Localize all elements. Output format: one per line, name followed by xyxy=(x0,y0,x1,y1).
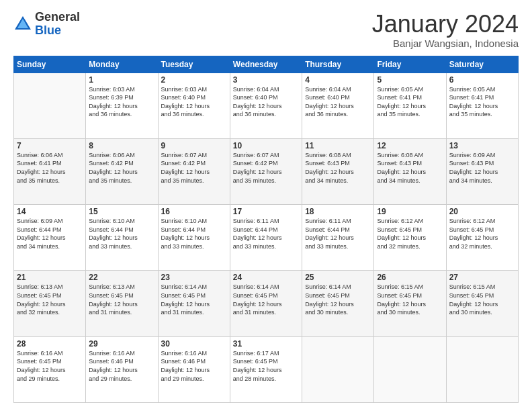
day-info: Sunrise: 6:03 AM Sunset: 6:40 PM Dayligh… xyxy=(161,85,227,119)
calendar-week-row: 14Sunrise: 6:09 AM Sunset: 6:44 PM Dayli… xyxy=(14,205,519,271)
table-row: 3Sunrise: 6:04 AM Sunset: 6:40 PM Daylig… xyxy=(230,73,302,138)
day-info: Sunrise: 6:16 AM Sunset: 6:46 PM Dayligh… xyxy=(89,349,154,383)
table-row: 9Sunrise: 6:07 AM Sunset: 6:42 PM Daylig… xyxy=(158,138,230,204)
header-sunday: Sunday xyxy=(14,56,86,73)
day-info: Sunrise: 6:10 AM Sunset: 6:44 PM Dayligh… xyxy=(161,217,227,250)
table-row: 10Sunrise: 6:07 AM Sunset: 6:42 PM Dayli… xyxy=(230,138,302,204)
header-saturday: Saturday xyxy=(446,56,518,73)
table-row: 28Sunrise: 6:16 AM Sunset: 6:45 PM Dayli… xyxy=(14,336,86,402)
day-number: 30 xyxy=(161,339,227,349)
table-row: 27Sunrise: 6:15 AM Sunset: 6:45 PM Dayli… xyxy=(446,271,518,336)
header-thursday: Thursday xyxy=(302,56,374,73)
day-number: 17 xyxy=(233,207,299,216)
header-friday: Friday xyxy=(374,56,446,73)
day-info: Sunrise: 6:13 AM Sunset: 6:45 PM Dayligh… xyxy=(89,283,154,316)
day-number: 12 xyxy=(377,141,443,150)
day-info: Sunrise: 6:12 AM Sunset: 6:45 PM Dayligh… xyxy=(377,217,443,250)
table-row: 30Sunrise: 6:16 AM Sunset: 6:46 PM Dayli… xyxy=(158,336,230,402)
table-row: 5Sunrise: 6:05 AM Sunset: 6:41 PM Daylig… xyxy=(374,73,446,138)
page: General Blue January 2024 Banjar Wangsia… xyxy=(0,0,532,411)
day-info: Sunrise: 6:06 AM Sunset: 6:42 PM Dayligh… xyxy=(89,151,154,185)
title-block: January 2024 Banjar Wangsian, Indonesia xyxy=(372,11,519,49)
day-info: Sunrise: 6:14 AM Sunset: 6:45 PM Dayligh… xyxy=(305,283,371,316)
table-row xyxy=(14,73,86,138)
logo-blue-text: Blue xyxy=(35,24,80,38)
day-number: 18 xyxy=(305,207,371,216)
day-number: 19 xyxy=(377,207,443,216)
day-info: Sunrise: 6:13 AM Sunset: 6:45 PM Dayligh… xyxy=(17,283,83,316)
table-row: 18Sunrise: 6:11 AM Sunset: 6:44 PM Dayli… xyxy=(302,205,374,271)
table-row: 14Sunrise: 6:09 AM Sunset: 6:44 PM Dayli… xyxy=(14,205,86,271)
day-number: 27 xyxy=(449,273,515,282)
table-row: 13Sunrise: 6:09 AM Sunset: 6:43 PM Dayli… xyxy=(446,138,518,204)
day-info: Sunrise: 6:09 AM Sunset: 6:43 PM Dayligh… xyxy=(449,151,515,185)
day-info: Sunrise: 6:10 AM Sunset: 6:44 PM Dayligh… xyxy=(89,217,154,250)
day-info: Sunrise: 6:15 AM Sunset: 6:45 PM Dayligh… xyxy=(449,283,515,316)
day-info: Sunrise: 6:16 AM Sunset: 6:45 PM Dayligh… xyxy=(17,349,83,383)
day-info: Sunrise: 6:15 AM Sunset: 6:45 PM Dayligh… xyxy=(377,283,443,316)
table-row: 15Sunrise: 6:10 AM Sunset: 6:44 PM Dayli… xyxy=(86,205,158,271)
table-row: 20Sunrise: 6:12 AM Sunset: 6:45 PM Dayli… xyxy=(446,205,518,271)
table-row: 12Sunrise: 6:08 AM Sunset: 6:43 PM Dayli… xyxy=(374,138,446,204)
table-row: 1Sunrise: 6:03 AM Sunset: 6:39 PM Daylig… xyxy=(86,73,158,138)
month-title: January 2024 xyxy=(372,11,519,38)
logo-general-text: General xyxy=(35,11,80,24)
weekday-header-row: Sunday Monday Tuesday Wednesday Thursday… xyxy=(14,56,519,73)
day-number: 7 xyxy=(17,141,83,150)
day-info: Sunrise: 6:07 AM Sunset: 6:42 PM Dayligh… xyxy=(233,151,299,185)
day-info: Sunrise: 6:14 AM Sunset: 6:45 PM Dayligh… xyxy=(233,283,299,316)
day-info: Sunrise: 6:08 AM Sunset: 6:43 PM Dayligh… xyxy=(305,151,371,185)
day-number: 21 xyxy=(17,273,83,282)
day-info: Sunrise: 6:05 AM Sunset: 6:41 PM Dayligh… xyxy=(377,85,443,119)
day-number: 22 xyxy=(89,273,154,282)
day-info: Sunrise: 6:03 AM Sunset: 6:39 PM Dayligh… xyxy=(89,85,154,119)
calendar-week-row: 7Sunrise: 6:06 AM Sunset: 6:41 PM Daylig… xyxy=(14,138,519,204)
table-row: 8Sunrise: 6:06 AM Sunset: 6:42 PM Daylig… xyxy=(86,138,158,204)
logo-text: General Blue xyxy=(35,11,80,38)
day-info: Sunrise: 6:04 AM Sunset: 6:40 PM Dayligh… xyxy=(305,85,371,119)
day-info: Sunrise: 6:11 AM Sunset: 6:44 PM Dayligh… xyxy=(305,217,371,250)
day-info: Sunrise: 6:11 AM Sunset: 6:44 PM Dayligh… xyxy=(233,217,299,250)
header-wednesday: Wednesday xyxy=(230,56,302,73)
day-number: 16 xyxy=(161,207,227,216)
table-row: 19Sunrise: 6:12 AM Sunset: 6:45 PM Dayli… xyxy=(374,205,446,271)
day-number: 5 xyxy=(377,75,443,85)
day-info: Sunrise: 6:06 AM Sunset: 6:41 PM Dayligh… xyxy=(17,151,83,185)
day-number: 20 xyxy=(449,207,515,216)
day-info: Sunrise: 6:08 AM Sunset: 6:43 PM Dayligh… xyxy=(377,151,443,185)
table-row: 21Sunrise: 6:13 AM Sunset: 6:45 PM Dayli… xyxy=(14,271,86,336)
day-number: 24 xyxy=(233,273,299,282)
header-tuesday: Tuesday xyxy=(158,56,230,73)
day-info: Sunrise: 6:04 AM Sunset: 6:40 PM Dayligh… xyxy=(233,85,299,119)
day-info: Sunrise: 6:12 AM Sunset: 6:45 PM Dayligh… xyxy=(449,217,515,250)
day-number: 14 xyxy=(17,207,83,216)
day-number: 13 xyxy=(449,141,515,150)
day-number: 26 xyxy=(377,273,443,282)
day-number: 11 xyxy=(305,141,371,150)
day-info: Sunrise: 6:14 AM Sunset: 6:45 PM Dayligh… xyxy=(161,283,227,316)
calendar-week-row: 28Sunrise: 6:16 AM Sunset: 6:45 PM Dayli… xyxy=(14,336,519,402)
day-info: Sunrise: 6:07 AM Sunset: 6:42 PM Dayligh… xyxy=(161,151,227,185)
table-row: 2Sunrise: 6:03 AM Sunset: 6:40 PM Daylig… xyxy=(158,73,230,138)
day-number: 9 xyxy=(161,141,227,150)
header: General Blue January 2024 Banjar Wangsia… xyxy=(13,11,519,49)
day-info: Sunrise: 6:09 AM Sunset: 6:44 PM Dayligh… xyxy=(17,217,83,250)
table-row: 6Sunrise: 6:05 AM Sunset: 6:41 PM Daylig… xyxy=(446,73,518,138)
calendar-week-row: 1Sunrise: 6:03 AM Sunset: 6:39 PM Daylig… xyxy=(14,73,519,138)
day-number: 6 xyxy=(449,75,515,85)
table-row: 24Sunrise: 6:14 AM Sunset: 6:45 PM Dayli… xyxy=(230,271,302,336)
table-row xyxy=(446,336,518,402)
logo-icon xyxy=(13,15,32,34)
table-row: 4Sunrise: 6:04 AM Sunset: 6:40 PM Daylig… xyxy=(302,73,374,138)
table-row: 22Sunrise: 6:13 AM Sunset: 6:45 PM Dayli… xyxy=(86,271,158,336)
day-number: 29 xyxy=(89,339,154,349)
day-info: Sunrise: 6:05 AM Sunset: 6:41 PM Dayligh… xyxy=(449,85,515,119)
day-number: 4 xyxy=(305,75,371,85)
header-monday: Monday xyxy=(86,56,158,73)
table-row: 17Sunrise: 6:11 AM Sunset: 6:44 PM Dayli… xyxy=(230,205,302,271)
table-row: 11Sunrise: 6:08 AM Sunset: 6:43 PM Dayli… xyxy=(302,138,374,204)
day-number: 28 xyxy=(17,339,83,349)
day-number: 31 xyxy=(233,339,299,349)
calendar-week-row: 21Sunrise: 6:13 AM Sunset: 6:45 PM Dayli… xyxy=(14,271,519,336)
table-row: 16Sunrise: 6:10 AM Sunset: 6:44 PM Dayli… xyxy=(158,205,230,271)
